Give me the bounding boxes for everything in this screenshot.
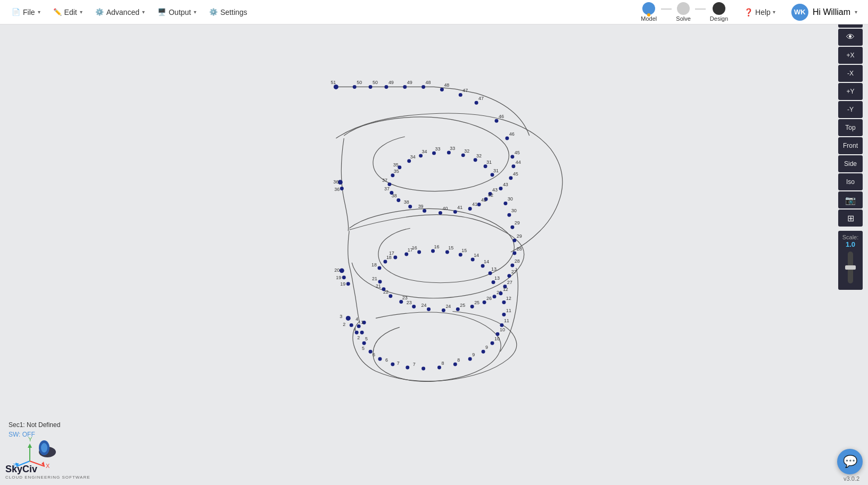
svg-point-166 <box>406 366 409 370</box>
svg-point-46 <box>396 198 400 202</box>
svg-text:41: 41 <box>472 202 477 207</box>
svg-text:1: 1 <box>361 320 363 325</box>
svg-point-174 <box>362 341 366 345</box>
svg-point-199 <box>41 443 47 453</box>
svg-point-172 <box>369 350 373 354</box>
svg-point-16 <box>475 101 478 105</box>
svg-text:13: 13 <box>494 275 500 281</box>
svg-text:21: 21 <box>372 276 377 281</box>
design-label: Design <box>710 15 728 22</box>
edit-icon: ✏️ <box>53 8 62 16</box>
workflow-solve[interactable]: Solve <box>672 1 695 23</box>
minus-x-button[interactable]: -X <box>838 65 863 82</box>
svg-text:10: 10 <box>500 327 505 332</box>
svg-point-142 <box>492 280 495 284</box>
svg-point-180 <box>346 316 351 321</box>
svg-point-160 <box>453 363 457 366</box>
iso-label: Iso <box>846 178 855 186</box>
top-view-button[interactable]: Top <box>838 119 863 136</box>
svg-point-118 <box>346 282 350 286</box>
svg-text:9: 9 <box>485 345 488 350</box>
iso-view-button[interactable]: Iso <box>838 173 863 190</box>
svg-text:24: 24 <box>445 304 451 309</box>
eye-icon: 👁 <box>846 32 855 42</box>
svg-point-148 <box>502 313 506 316</box>
front-view-button[interactable]: Front <box>838 137 863 154</box>
model-canvas[interactable]: .struct-line { stroke: #555; stroke-widt… <box>0 24 868 485</box>
svg-point-138 <box>481 264 485 267</box>
side-view-button[interactable]: Side <box>838 155 863 172</box>
help-menu[interactable]: ❓ Help ▾ <box>740 6 780 19</box>
plus-y-button[interactable]: +Y <box>838 83 863 100</box>
camera-button[interactable]: 📷 <box>838 191 863 208</box>
minus-y-button[interactable]: -Y <box>838 101 863 118</box>
svg-text:15: 15 <box>448 245 453 250</box>
svg-text:10: 10 <box>494 336 500 341</box>
user-menu[interactable]: WK Hi William ▾ <box>787 2 862 23</box>
svg-point-154 <box>491 341 494 345</box>
scale-slider[interactable] <box>848 252 853 283</box>
svg-point-94 <box>483 300 486 304</box>
workflow-design[interactable]: Design <box>706 1 732 23</box>
svg-text:37: 37 <box>384 186 390 191</box>
canvas-area[interactable]: .struct-line { stroke: #555; stroke-widt… <box>0 24 868 485</box>
svg-text:6: 6 <box>385 357 388 363</box>
svg-text:36: 36 <box>334 187 340 192</box>
svg-text:46: 46 <box>499 114 504 119</box>
svg-text:51: 51 <box>330 80 336 85</box>
svg-point-84 <box>512 252 516 255</box>
svg-point-24 <box>511 164 515 168</box>
solve-circle <box>677 2 690 15</box>
svg-text:5: 5 <box>365 336 368 341</box>
svg-point-136 <box>471 257 475 261</box>
help-icon: ❓ <box>744 8 753 16</box>
workflow-model[interactable]: Model <box>636 1 661 23</box>
svg-text:45: 45 <box>515 150 520 155</box>
svg-text:25: 25 <box>474 300 480 305</box>
svg-point-186 <box>357 324 361 328</box>
svg-point-56 <box>391 173 394 177</box>
svg-point-44 <box>408 205 412 208</box>
plus-y-label: +Y <box>846 88 854 95</box>
svg-point-116 <box>342 275 346 279</box>
svg-text:23: 23 <box>407 300 412 305</box>
svg-point-76 <box>503 202 507 205</box>
svg-text:29: 29 <box>515 220 520 225</box>
skyciv-logo: SkyCiv CLOUD ENGINEERING SOFTWARE <box>5 436 90 480</box>
svg-point-120 <box>377 266 381 270</box>
file-icon: 📄 <box>12 8 20 16</box>
svg-point-64 <box>432 151 436 155</box>
svg-text:34: 34 <box>422 149 427 154</box>
svg-point-100 <box>442 308 445 312</box>
chat-button[interactable]: 💬 <box>837 449 863 474</box>
svg-point-176 <box>360 331 364 335</box>
svg-point-74 <box>491 173 494 177</box>
layers-button[interactable]: ⊞ <box>838 210 863 227</box>
output-menu[interactable]: 🖥️ Output ▾ <box>152 5 202 20</box>
svg-text:40: 40 <box>442 206 448 211</box>
svg-text:50: 50 <box>357 80 362 85</box>
edit-menu[interactable]: ✏️ Edit ▾ <box>48 5 88 20</box>
svg-text:42: 42 <box>488 193 493 198</box>
svg-text:30: 30 <box>511 208 517 213</box>
svg-point-150 <box>500 323 503 327</box>
svg-text:33: 33 <box>450 146 455 151</box>
svg-text:50: 50 <box>373 80 378 85</box>
svg-text:11: 11 <box>506 308 511 313</box>
svg-point-88 <box>507 274 511 278</box>
svg-point-48 <box>390 191 393 195</box>
plus-x-label: +X <box>846 52 854 59</box>
svg-text:6: 6 <box>373 352 375 357</box>
step-connector-2 <box>695 9 706 10</box>
svg-text:8: 8 <box>441 361 444 366</box>
eye-button[interactable]: 👁 <box>838 29 863 46</box>
svg-text:49: 49 <box>388 80 394 85</box>
svg-text:13: 13 <box>491 266 497 272</box>
right-toolbar: ✏ 👁 +X -X +Y -Y Top Front Side Iso 📷 ⊞ S… <box>838 11 863 290</box>
settings-menu[interactable]: ⚙️ Settings <box>204 5 253 20</box>
edit-label: Edit <box>64 8 77 16</box>
file-menu[interactable]: 📄 File ▾ <box>6 5 46 20</box>
svg-point-66 <box>447 150 451 154</box>
plus-x-button[interactable]: +X <box>838 47 863 64</box>
advanced-menu[interactable]: ⚙️ Advanced ▾ <box>90 5 150 20</box>
